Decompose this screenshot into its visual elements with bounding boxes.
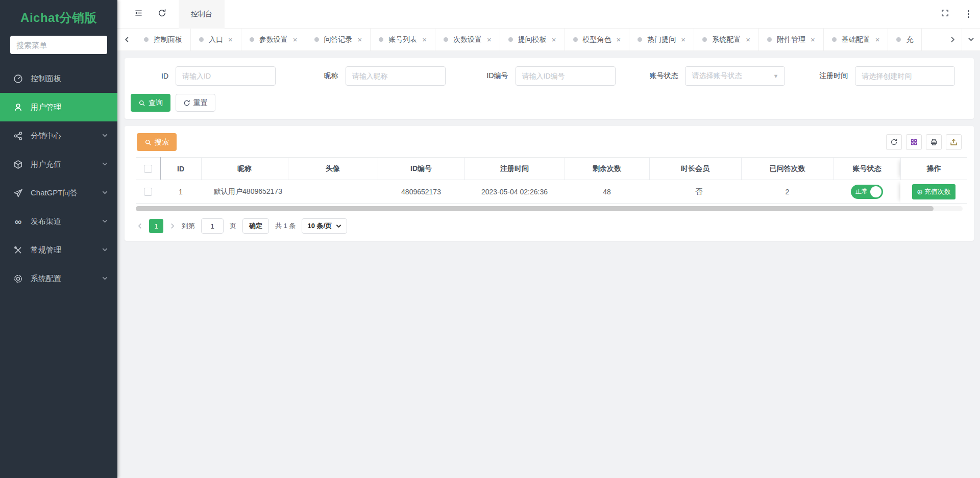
tab-close-icon[interactable]: × bbox=[811, 36, 815, 43]
app-window: Aichat分销版 控制面板 用户管理 分销中心 bbox=[0, 0, 980, 478]
tab-close-icon[interactable]: × bbox=[487, 36, 492, 43]
column-header-account-status: 账号状态 bbox=[834, 158, 900, 180]
tab-close-icon[interactable]: × bbox=[552, 36, 556, 43]
tab-count-settings[interactable]: 次数设置 × bbox=[435, 29, 500, 51]
sidebar: Aichat分销版 控制面板 用户管理 分销中心 bbox=[0, 0, 117, 478]
sidebar-item-dashboard[interactable]: 控制面板 bbox=[0, 64, 117, 93]
tabs-scroll-left-button[interactable] bbox=[117, 29, 136, 51]
sidebar-item-distribution-center[interactable]: 分销中心 bbox=[0, 121, 117, 150]
table-columns-button[interactable] bbox=[906, 134, 922, 150]
sidebar-item-label: 用户充值 bbox=[31, 160, 61, 169]
tab-basic-config[interactable]: 基础配置 × bbox=[824, 29, 889, 51]
tab-parameter-settings[interactable]: 参数设置 × bbox=[241, 29, 306, 51]
tabs-menu-button[interactable] bbox=[962, 29, 980, 51]
sidebar-item-user-management[interactable]: 用户管理 bbox=[0, 93, 117, 121]
main-area: 控制台 控制面板 入口 bbox=[117, 0, 980, 478]
filter-account-status-select[interactable]: 请选择账号状态 ▼ bbox=[685, 66, 785, 86]
export-icon bbox=[950, 138, 958, 146]
column-header-duration-member: 时长会员 bbox=[649, 158, 741, 180]
refresh-page-button[interactable] bbox=[150, 0, 174, 29]
table-print-button[interactable] bbox=[926, 134, 942, 150]
gear-icon bbox=[13, 274, 23, 284]
plus-circle-icon: ⊕ bbox=[917, 188, 923, 195]
next-page-button[interactable] bbox=[169, 223, 176, 229]
fullscreen-icon bbox=[941, 9, 949, 19]
tab-dot-icon bbox=[702, 37, 707, 42]
select-all-checkbox[interactable] bbox=[144, 165, 152, 173]
reset-button[interactable]: 重置 bbox=[176, 94, 215, 112]
filter-id-input[interactable] bbox=[176, 66, 276, 86]
cell-id-number: 4809652173 bbox=[378, 180, 464, 204]
table-header-row: ID 昵称 头像 ID编号 注册时间 剩余次数 时长会员 已问答次数 账号状态 … bbox=[136, 158, 967, 180]
filter-register-time-input[interactable] bbox=[855, 66, 955, 86]
horizontal-scrollbar[interactable] bbox=[136, 206, 963, 211]
chevron-down-icon bbox=[102, 189, 108, 197]
tab-close-icon[interactable]: × bbox=[422, 36, 427, 43]
refresh-icon bbox=[158, 9, 166, 19]
caret-down-icon: ▼ bbox=[773, 73, 779, 79]
sidebar-item-publish-channels[interactable]: ∞ 发布渠道 bbox=[0, 207, 117, 236]
tab-entry[interactable]: 入口 × bbox=[191, 29, 241, 51]
tab-system-config[interactable]: 系统配置 × bbox=[694, 29, 759, 51]
scrollbar-thumb[interactable] bbox=[136, 206, 934, 211]
tab-close-icon[interactable]: × bbox=[293, 36, 298, 43]
tab-question-templates[interactable]: 提问模板 × bbox=[500, 29, 565, 51]
tab-close-icon[interactable]: × bbox=[358, 36, 362, 43]
more-menu-button[interactable] bbox=[957, 0, 980, 29]
tab-close-icon[interactable]: × bbox=[617, 36, 621, 43]
share-icon bbox=[13, 131, 23, 141]
filter-nickname-input[interactable] bbox=[346, 66, 446, 86]
paper-plane-icon bbox=[13, 188, 23, 198]
tab-account-list[interactable]: 账号列表 × bbox=[371, 29, 435, 51]
filter-id-number-input[interactable] bbox=[516, 66, 616, 86]
tab-dot-icon bbox=[638, 37, 642, 42]
tab-attachment-management[interactable]: 附件管理 × bbox=[759, 29, 824, 51]
search-toggle-button[interactable]: 搜索 bbox=[137, 133, 177, 151]
console-tab[interactable]: 控制台 bbox=[179, 0, 225, 29]
filter-label-account-status: 账号状态 bbox=[634, 71, 685, 81]
column-header-nickname: 昵称 bbox=[201, 158, 288, 180]
tab-hot-questions[interactable]: 热门提问 × bbox=[629, 29, 694, 51]
sidebar-item-label: 分销中心 bbox=[31, 131, 61, 141]
status-toggle[interactable]: 正常 bbox=[851, 185, 883, 199]
menu-search-input[interactable] bbox=[10, 36, 107, 54]
recharge-count-button[interactable]: ⊕ 充值次数 bbox=[912, 184, 955, 199]
goto-confirm-button[interactable]: 确定 bbox=[242, 218, 269, 234]
row-checkbox[interactable] bbox=[144, 188, 152, 196]
page-size-select[interactable]: 10 条/页 bbox=[302, 218, 347, 234]
table-export-button[interactable] bbox=[946, 134, 962, 150]
infinity-icon: ∞ bbox=[13, 217, 23, 227]
tab-dot-icon bbox=[767, 37, 772, 42]
tab-qa-records[interactable]: 问答记录 × bbox=[306, 29, 371, 51]
column-header-register-time: 注册时间 bbox=[464, 158, 565, 180]
page-tabs-bar: 控制面板 入口 × 参数设置 × 问答记录 × bbox=[117, 29, 980, 51]
tab-model-roles[interactable]: 模型角色 × bbox=[565, 29, 630, 51]
tab-dashboard[interactable]: 控制面板 bbox=[136, 29, 191, 51]
column-header-id: ID bbox=[160, 158, 201, 180]
collapse-sidebar-button[interactable] bbox=[127, 0, 150, 29]
chevron-right-icon bbox=[169, 223, 176, 229]
tab-close-icon[interactable]: × bbox=[746, 36, 750, 43]
column-header-avatar: 头像 bbox=[288, 158, 378, 180]
sidebar-item-system-config[interactable]: 系统配置 bbox=[0, 264, 117, 293]
tab-dot-icon bbox=[144, 37, 149, 42]
tab-recharge-truncated[interactable]: 充 bbox=[888, 29, 922, 51]
fullscreen-button[interactable] bbox=[933, 0, 957, 29]
sidebar-item-label: 控制面板 bbox=[31, 74, 61, 84]
sidebar-item-user-recharge[interactable]: 用户充值 bbox=[0, 150, 117, 179]
previous-page-button[interactable] bbox=[137, 223, 143, 229]
tab-close-icon[interactable]: × bbox=[681, 36, 685, 43]
query-button[interactable]: 查询 bbox=[131, 94, 170, 112]
tabs-scroll-right-button[interactable] bbox=[943, 29, 962, 51]
column-header-id-number: ID编号 bbox=[378, 158, 464, 180]
sidebar-item-general-management[interactable]: 常规管理 bbox=[0, 236, 117, 264]
goto-page-input[interactable] bbox=[201, 218, 224, 234]
tab-close-icon[interactable]: × bbox=[875, 36, 880, 43]
column-header-answered-count: 已问答次数 bbox=[741, 158, 834, 180]
page-number-button[interactable]: 1 bbox=[149, 219, 163, 233]
table-row: 1 默认用户4809652173 4809652173 2023-05-04 0… bbox=[136, 180, 967, 204]
cell-nickname: 默认用户4809652173 bbox=[201, 180, 288, 204]
tab-close-icon[interactable]: × bbox=[228, 36, 233, 43]
table-refresh-button[interactable] bbox=[886, 134, 902, 150]
sidebar-item-chatgpt-qa[interactable]: ChatGPT问答 bbox=[0, 179, 117, 207]
